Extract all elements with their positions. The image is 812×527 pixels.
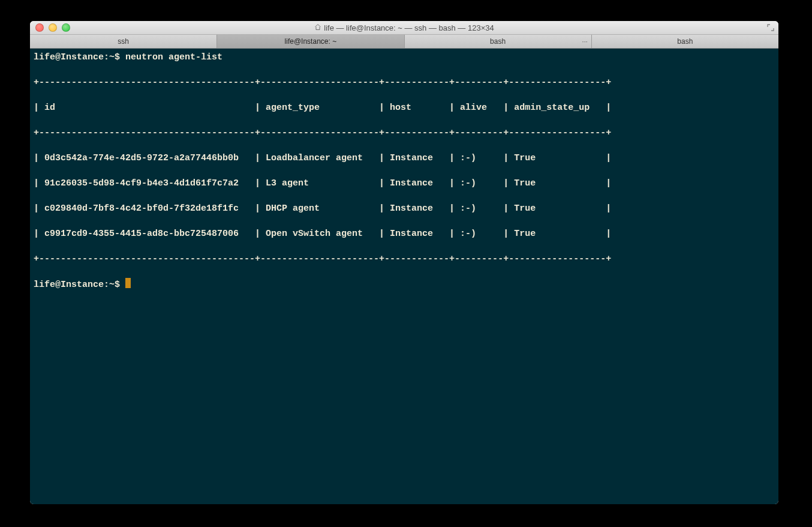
terminal-viewport[interactable]: life@Instance:~$ neutron agent-list +---… (30, 49, 778, 504)
zoom-window-button[interactable] (62, 23, 70, 32)
titlebar: life — life@Instance: ~ — ssh — bash — 1… (30, 21, 778, 35)
tab-label: ssh (118, 37, 129, 46)
minimize-window-button[interactable] (49, 23, 57, 32)
tab-bash-1[interactable]: bash ··· (405, 35, 592, 48)
tab-overflow-icon[interactable]: ··· (582, 38, 588, 45)
terminal-window: life — life@Instance: ~ — ssh — bash — 1… (30, 21, 778, 504)
tab-ssh[interactable]: ssh (30, 35, 217, 48)
window-title: life — life@Instance: ~ — ssh — bash — 1… (30, 23, 778, 32)
window-title-text: life — life@Instance: ~ — ssh — bash — 1… (324, 23, 494, 32)
tab-label: bash (677, 37, 693, 46)
home-icon (314, 23, 321, 32)
tab-label: bash (490, 37, 506, 46)
close-window-button[interactable] (35, 23, 44, 32)
fullscreen-button[interactable] (766, 23, 775, 32)
tab-life-instance[interactable]: life@Instance: ~ (217, 35, 404, 48)
traffic-lights (30, 23, 70, 32)
tab-label: life@Instance: ~ (285, 37, 337, 46)
tab-bash-2[interactable]: bash (592, 35, 778, 48)
tab-bar: ssh life@Instance: ~ bash ··· bash (30, 35, 778, 49)
